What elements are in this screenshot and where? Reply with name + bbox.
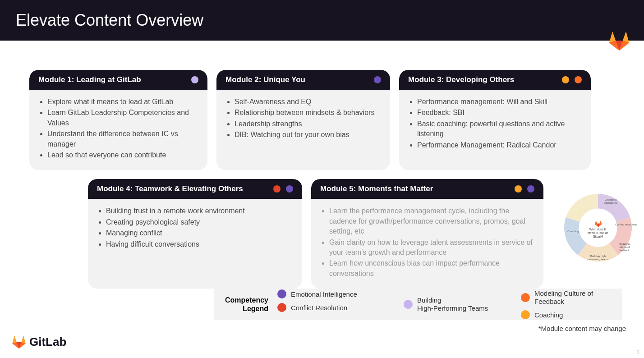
gitlab-brand-text: GitLab [29, 335, 66, 349]
module-2-dots [374, 76, 381, 83]
list-item: Explore what it means to lead at GitLab [47, 97, 198, 107]
list-item: Relationship between mindsets & behavior… [235, 108, 381, 118]
list-item: Feedback: SBI [417, 108, 582, 118]
header-bar: Elevate Content Overview [0, 0, 644, 41]
module-card-2: Module 2: Unique You Self-Awareness and … [216, 70, 390, 170]
legend-title: Competency Legend [221, 296, 268, 313]
list-item: Building trust in a remote work environm… [106, 206, 293, 216]
list-item: Gain clarity on how to leverage talent a… [329, 238, 534, 258]
module-4-dots [273, 185, 293, 193]
list-item: Learn the performance management cycle, … [329, 206, 534, 236]
gitlab-logo-icon [11, 335, 27, 349]
list-item: Leadership strengths [235, 119, 381, 129]
module-card-4: Module 4: Teamwork & Elevating Others Bu… [88, 179, 302, 289]
list-item: Understand the difference between IC vs … [47, 129, 198, 149]
dot-building-teams-icon [191, 76, 198, 83]
list-item: Lead so that everyone can contribute [47, 150, 198, 160]
competency-wheel-diagram: What does it mean to lead at GitLab? Emo… [557, 187, 639, 268]
dot-conflict-icon [273, 185, 281, 193]
dot-coaching-icon [521, 310, 530, 319]
dot-coaching-icon [562, 76, 569, 83]
legend-label: BuildingHigh-Performing Teams [417, 296, 488, 312]
module-2-body: Self-Awareness and EQ Relationship betwe… [216, 90, 390, 150]
legend-item-coaching: Coaching [521, 310, 616, 319]
module-4-header: Module 4: Teamwork & Elevating Others [88, 179, 302, 199]
list-item: Creating psychological safety [106, 217, 293, 227]
list-item: Performance Management: Radical Candor [417, 140, 582, 150]
legend-label: Modeling Culture ofFeedback [534, 289, 593, 306]
module-2-title: Module 2: Unique You [225, 75, 305, 84]
legend-item-conflict: Conflict Resolution [277, 303, 390, 312]
legend-label: Emotional Intelligence [291, 290, 357, 298]
legend-item-modeling: Modeling Culture ofFeedback [521, 289, 616, 306]
footnote: *Module content may change [538, 325, 626, 332]
gitlab-logo-icon [608, 29, 630, 51]
module-1-dots [191, 76, 198, 83]
wheel-segment-emotional: Emotionalintelligence [604, 198, 618, 204]
module-1-header: Module 1: Leading at GitLab [29, 70, 207, 90]
dot-coaching-icon [515, 185, 522, 193]
dot-emotional-icon [527, 185, 534, 193]
dot-building-icon [404, 300, 413, 309]
module-2-header: Module 2: Unique You [216, 70, 390, 90]
legend-label: Coaching [534, 311, 563, 319]
list-item: DIB: Watching out for your own bias [235, 130, 381, 140]
list-item: Having difficult conversations [106, 239, 293, 249]
legend-item-building: BuildingHigh-Performing Teams [404, 296, 507, 312]
module-3-body: Performance management: Will and Skill F… [399, 90, 591, 160]
module-3-title: Module 3: Developing Others [408, 75, 514, 84]
dot-modeling-icon [521, 293, 530, 302]
module-3-header: Module 3: Developing Others [399, 70, 591, 90]
list-item: Self-Awareness and EQ [235, 97, 381, 107]
dot-emotional-icon [277, 289, 286, 298]
wheel-segment-coaching: Coaching [567, 230, 579, 233]
wheel-segment-modeling: Modelingculture offeedback [619, 243, 630, 252]
dot-modeling-icon [575, 76, 582, 83]
module-1-body: Explore what it means to lead at GitLab … [29, 90, 207, 170]
list-item: Performance management: Will and Skill [417, 97, 582, 107]
module-4-title: Module 4: Teamwork & Elevating Others [97, 184, 243, 193]
module-card-3: Module 3: Developing Others Performance … [399, 70, 591, 170]
legend-item-emotional: Emotional Intelligence [277, 289, 390, 298]
module-5-body: Learn the performance management cycle, … [311, 199, 543, 289]
dot-conflict-icon [277, 303, 286, 312]
module-card-1: Module 1: Leading at GitLab Explore what… [29, 70, 207, 170]
module-4-body: Building trust in a remote work environm… [88, 199, 302, 268]
page-title: Elevate Content Overview [16, 11, 203, 30]
list-item: Learn GitLab Leadership Competencies and… [47, 108, 198, 128]
list-item: Basic coaching: powerful questions and a… [417, 119, 582, 139]
module-5-dots [515, 185, 534, 193]
module-5-header: Module 5: Moments that Matter [311, 179, 543, 199]
module-1-title: Module 1: Leading at GitLab [38, 75, 141, 84]
module-card-5: Module 5: Moments that Matter Learn the … [311, 179, 543, 289]
list-item: Learn how unconscious bias can impact pe… [329, 258, 534, 279]
wheel-segment-conflict: Conflict resolution [615, 223, 637, 226]
gitlab-footer-logo: GitLab [11, 335, 66, 349]
dot-emotional-icon [286, 185, 293, 193]
dot-emotional-icon [374, 76, 381, 83]
content-area: Module 1: Leading at GitLab Explore what… [0, 41, 644, 289]
competency-legend: Competency Legend Emotional Intelligence… [214, 289, 622, 320]
module-3-dots [562, 76, 582, 83]
page-number: 1 [637, 349, 639, 354]
module-5-title: Module 5: Moments that Matter [320, 184, 433, 193]
legend-label: Conflict Resolution [291, 304, 347, 312]
list-item: Managing conflict [106, 228, 293, 238]
wheel-segment-building: Building highperforming teams [588, 255, 609, 261]
